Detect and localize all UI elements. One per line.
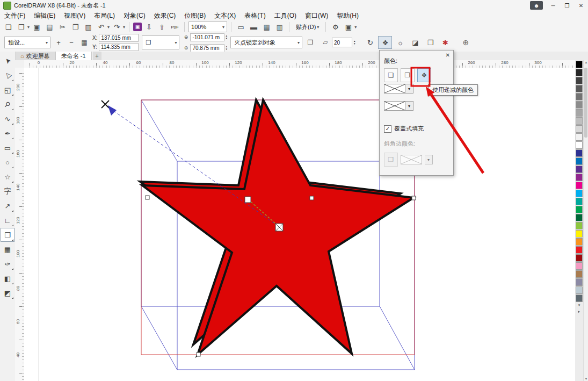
vp-y-spinner[interactable]: ▴▾ [226, 45, 227, 51]
redo[interactable]: ↷ [111, 21, 122, 32]
palette-scroll-down-icon[interactable]: ▾ [575, 302, 583, 308]
palette-swatch-18[interactable] [576, 206, 583, 213]
palette-swatch-16[interactable] [576, 190, 583, 197]
undo-dropdown-icon[interactable]: ▾ [107, 25, 110, 30]
import[interactable]: ⇩ [143, 21, 155, 32]
x-position-field[interactable]: 137.015 mm [99, 34, 139, 42]
extrude-rotation[interactable]: ↻ [364, 37, 376, 48]
selection-handle[interactable] [146, 196, 149, 199]
text-tool[interactable]: 字 [1, 185, 14, 198]
open-document[interactable]: ❒ [16, 21, 27, 32]
menu-item-5[interactable]: 效果(C) [150, 11, 180, 20]
palette-flyout-icon[interactable]: ▸ [575, 308, 583, 315]
palette-swatch-1[interactable] [576, 69, 583, 76]
add-icon[interactable]: ⊕ [462, 38, 469, 47]
color-dropdown-icon[interactable]: ▾ [405, 84, 413, 94]
selection-handle[interactable] [245, 197, 251, 203]
extrude-color[interactable]: ❖ [379, 37, 391, 48]
palette-swatch-21[interactable] [576, 230, 583, 238]
y-position-field[interactable]: 114.335 mm [99, 43, 139, 51]
vertical-ruler[interactable]: 200180160140120100806040 [15, 68, 25, 381]
paste[interactable]: ▥ [83, 21, 94, 32]
shape-tool[interactable]: ▷ [1, 69, 14, 82]
artistic-media-tool[interactable]: ✒ [1, 127, 14, 140]
use-color-shading[interactable]: ❖ [417, 68, 431, 82]
palette-swatch-12[interactable] [576, 157, 583, 165]
menu-item-11[interactable]: 帮助(H) [332, 11, 363, 20]
tab-welcome[interactable]: ⌂ 欢迎屏幕 [15, 52, 56, 60]
copy[interactable]: ❐ [70, 21, 81, 32]
scrollbar-thumb[interactable] [584, 68, 587, 138]
scroll-down-icon[interactable]: ▼ [584, 377, 588, 380]
menu-item-0[interactable]: 文件(F) [0, 11, 30, 20]
polygon-tool[interactable]: ☆ [1, 170, 14, 183]
palette-swatch-15[interactable] [576, 182, 583, 189]
transparency-tool[interactable]: ▦ [1, 243, 14, 256]
vp-y-field[interactable]: 70.875 mm [190, 44, 224, 52]
menu-item-7[interactable]: 文本(X) [210, 11, 240, 20]
close-button[interactable]: ✕ [574, 0, 588, 11]
palette-swatch-27[interactable] [576, 278, 583, 286]
extrude-lighting[interactable]: ☼ [394, 37, 406, 48]
full-screen-preview[interactable]: ▭ [235, 21, 246, 32]
palette-swatch-19[interactable] [576, 214, 583, 221]
restore-button[interactable]: ❐ [560, 0, 574, 11]
app-launcher[interactable]: ▣ [343, 21, 354, 32]
sign-in-icon[interactable]: ☻ [530, 1, 543, 10]
zoom-level[interactable]: 100%▾ [188, 21, 227, 32]
horizontal-ruler[interactable]: 0204060801001201401601802002202402602803… [24, 60, 575, 68]
palette-swatch-25[interactable] [576, 262, 583, 270]
new-document[interactable]: ❏ [3, 21, 14, 32]
undo[interactable]: ↶ [96, 21, 107, 32]
depth-field[interactable]: 20 [332, 38, 352, 47]
save-document[interactable]: ▣ [31, 21, 42, 32]
show-grid[interactable]: ▦ [261, 21, 272, 32]
add-preset-button[interactable]: + [54, 38, 63, 47]
pick-tool[interactable]: ➤ [1, 54, 14, 67]
tab-document[interactable]: 未命名 -1 [56, 52, 92, 60]
drawing-canvas[interactable] [24, 68, 575, 381]
copy-extrude-properties[interactable]: ❐ [424, 37, 437, 48]
color-dropdown-icon[interactable]: ▾ [405, 101, 413, 111]
new-tab-button[interactable]: + [93, 52, 101, 60]
vp-x-field[interactable]: -101.071 m [190, 33, 224, 41]
cut[interactable]: ✂ [57, 21, 68, 32]
copy-vp-icon[interactable]: ❐ [306, 38, 315, 47]
scroll-up-icon[interactable]: ▲ [584, 61, 588, 64]
menu-item-1[interactable]: 编辑(E) [30, 11, 60, 20]
redo-dropdown-icon[interactable]: ▾ [123, 25, 125, 30]
vertical-scrollbar[interactable]: ▲ ▼ [583, 60, 588, 381]
ruler-origin-box[interactable] [15, 60, 25, 68]
menu-item-9[interactable]: 工具(O) [270, 11, 301, 20]
vp-x-spinner[interactable]: ▴▾ [226, 34, 227, 40]
print-document[interactable]: ▤ [44, 21, 55, 32]
interactive-fill-tool[interactable]: ◧ [1, 272, 14, 285]
selection-handle[interactable] [197, 353, 200, 356]
smart-fill-tool[interactable]: ◩ [1, 286, 14, 299]
open-document-dropdown-icon[interactable]: ▾ [27, 25, 30, 30]
options[interactable]: ⚙ [330, 21, 341, 32]
menu-item-4[interactable]: 对象(C) [119, 11, 150, 20]
palette-swatch-20[interactable] [576, 222, 583, 229]
publish-pdf[interactable]: PDF [169, 21, 180, 32]
extrude-bevel[interactable]: ◪ [409, 37, 422, 48]
palette-swatch-26[interactable] [576, 270, 583, 278]
extrude-tool[interactable]: ❒ [1, 228, 14, 241]
connector-tool[interactable]: ∟ [1, 214, 14, 227]
palette-swatch-7[interactable] [576, 117, 583, 125]
color-eyedropper-tool[interactable]: ✑ [1, 257, 14, 270]
palette-swatch-10[interactable] [576, 141, 583, 149]
palette-swatch-5[interactable] [576, 101, 583, 109]
menu-item-8[interactable]: 表格(T) [240, 11, 270, 20]
palette-swatch-0[interactable] [576, 61, 583, 68]
clear-extrude[interactable]: ✱ [439, 37, 452, 48]
overprint-fill-option[interactable]: ✓ 覆盖式填充 [384, 125, 424, 133]
remove-preset-button[interactable]: − [67, 38, 76, 47]
export[interactable]: ⇧ [156, 21, 168, 32]
palette-swatch-4[interactable] [576, 93, 583, 100]
vanishing-point-arrow[interactable] [108, 105, 117, 116]
palette-swatch-24[interactable] [576, 254, 583, 262]
palette-swatch-3[interactable] [576, 85, 583, 92]
palette-swatch-28[interactable] [576, 286, 583, 294]
freehand-tool[interactable]: ∿ [1, 112, 14, 125]
